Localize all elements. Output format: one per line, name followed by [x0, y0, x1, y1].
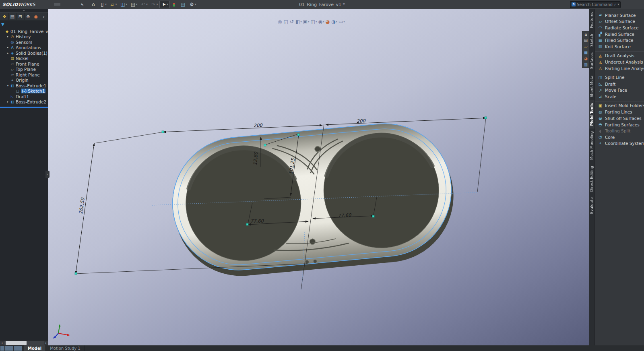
tab-direct-editing[interactable]: Direct Editing — [589, 163, 594, 195]
menu-item-radiate-surface[interactable]: ◠ Radiate Surface — [595, 25, 644, 31]
section-view-icon[interactable]: ◧▾ — [295, 19, 302, 25]
tab-motion-study-1[interactable]: Motion Study 1 — [46, 345, 85, 351]
options-icon[interactable]: ⚙▾ — [188, 1, 198, 8]
tree-item-boss-extrude1[interactable]: ▾ ◧ Boss-Extrude1 — [0, 83, 48, 89]
featuremanager-tab-icon[interactable]: ❖ — [1, 13, 9, 20]
expand-tabs-icon[interactable]: › — [40, 13, 48, 20]
menu-item-shut-off-surfaces[interactable]: ◒ Shut-off Surfaces — [595, 115, 644, 122]
tab-surfaces[interactable]: Surfaces — [589, 50, 594, 72]
tab-mold-tools[interactable]: Mold Tools — [589, 100, 594, 129]
search-dropdown-icon[interactable]: ▾ — [617, 3, 619, 6]
menu-item-parting-surfaces[interactable]: ◓ Parting Surfaces — [595, 122, 644, 128]
menu-view[interactable] — [54, 3, 60, 6]
tree-filter[interactable]: ▼ — [0, 21, 48, 28]
tree-item-material[interactable]: ▤ Nickel — [0, 56, 48, 62]
menu-item-offset-surface[interactable]: ▱ Offset Surface — [595, 19, 644, 25]
menu-item-ruled-surface[interactable]: ▞ Ruled Surface — [595, 31, 644, 37]
view-palette-icon[interactable]: ▦ — [582, 50, 589, 56]
tree-item-origin[interactable]: ⌖ Origin — [0, 78, 48, 83]
menu-item-core[interactable]: ◔ Core — [595, 134, 644, 140]
dim-77-60-left[interactable]: 77,60 — [250, 218, 264, 224]
panel-collapse-arrow[interactable]: ‹ — [45, 171, 50, 178]
menu-item-split-line[interactable]: ◫ Split Line — [595, 73, 644, 81]
menu-item-draft[interactable]: ◺ Draft — [595, 81, 644, 87]
search-input[interactable]: Search Commands — [577, 2, 613, 7]
menu-item-draft-analysis[interactable]: ◭ Draft Analysis — [595, 51, 644, 59]
search-scope-icon[interactable]: S — [572, 2, 576, 6]
tree-item-boss-extrude2[interactable]: ▸ ◧ Boss-Extrude2 — [0, 99, 48, 105]
tab-mesh-modeling[interactable]: Mesh Modeling — [589, 128, 594, 163]
menu-item-filled-surface[interactable]: ▦ Filled Surface — [595, 37, 644, 43]
menu-item-insert-mold-folders[interactable]: ▣ Insert Mold Folders — [595, 101, 644, 109]
save-icon[interactable]: ◫▾ — [119, 1, 128, 8]
menu-item-scale[interactable]: ⊿ Scale — [595, 93, 644, 100]
edit-appearance-icon[interactable]: ◕ — [325, 19, 330, 25]
tab-sheet-metal[interactable]: Sheet Metal — [589, 72, 594, 100]
tree-item-draft1[interactable]: ◺ Draft1 — [0, 94, 48, 99]
tree-item-history[interactable]: ▸ ◷ History — [0, 34, 48, 40]
scroll-left-icon[interactable]: ‹ — [0, 341, 4, 345]
print-icon[interactable]: ▤▾ — [129, 1, 139, 8]
menu-item-tooling-split[interactable]: ◖ Tooling Split — [595, 128, 644, 134]
menu-item-knit-surface[interactable]: ▥ Knit Surface — [595, 43, 644, 50]
tab-evaluate[interactable]: Evaluate — [589, 194, 594, 217]
menu-item-undercut-analysis[interactable]: ◮ Undercut Analysis — [595, 59, 644, 66]
tab-features[interactable]: Features — [589, 9, 594, 31]
menu-item-planar-surface[interactable]: ▰ Planar Surface — [595, 12, 644, 19]
apply-scene-icon[interactable]: ◑▾ — [331, 19, 337, 25]
panel-scrollbar[interactable]: ‹ › — [0, 340, 48, 345]
appearances-scenes-icon[interactable]: ◕ — [582, 56, 589, 62]
redo-icon[interactable]: ↷▾ — [150, 1, 159, 8]
tab-sketch[interactable]: Sketch — [589, 31, 594, 50]
file-properties-icon[interactable]: ▤ — [179, 1, 187, 8]
zoom-to-area-icon[interactable]: ◱ — [283, 19, 288, 25]
menu-edit[interactable] — [47, 3, 54, 6]
next-tab-icon[interactable] — [9, 346, 13, 351]
home-icon[interactable]: ⌂ — [89, 1, 97, 8]
tree-item-sketch1[interactable]: ▢ (-) Sketch1 — [0, 89, 48, 94]
ring-model[interactable] — [167, 118, 459, 282]
prev-tab-icon[interactable] — [5, 346, 9, 351]
tree-item-right-plane[interactable]: ▱ Right Plane — [0, 72, 48, 78]
dimxpertmanager-tab-icon[interactable]: ⊕ — [25, 13, 33, 20]
menu-file[interactable] — [41, 3, 47, 6]
tree-item-top-plane[interactable]: ▱ Top Plane — [0, 67, 48, 72]
propertymanager-tab-icon[interactable]: ▤ — [9, 13, 17, 20]
dim-12-80[interactable]: 12,80 — [252, 151, 259, 165]
tree-item-solid-bodies[interactable]: ▸ ◈ Solid Bodies(1) — [0, 50, 48, 56]
graphics-viewport[interactable]: 200 200 202,50 12,80 101,25 77,60 77,60 … — [0, 9, 589, 351]
menu-window[interactable] — [73, 3, 80, 6]
displaymanager-tab-icon[interactable]: ◉ — [32, 13, 40, 20]
scroll-right-icon[interactable]: › — [44, 341, 48, 345]
tree-item-sensors[interactable]: ◎ Sensors — [0, 39, 48, 45]
tree-item-draft2[interactable]: ◺ Draft2 — [0, 105, 48, 106]
menu-insert[interactable] — [60, 3, 67, 6]
new-motion-study-icon[interactable] — [18, 346, 22, 351]
file-explorer-icon[interactable]: ▱ — [582, 43, 589, 50]
search-commands-box[interactable]: S Search Commands ⌕ ▾ — [570, 1, 621, 8]
tree-root-part[interactable]: ◆ 01_Ring_Farove_v1 (Default) << — [0, 29, 48, 34]
rebuild-icon[interactable]: ▮ — [170, 1, 178, 8]
tab-model[interactable]: Model — [24, 345, 46, 351]
menu-item-coordinate-system[interactable]: ⌖ Coordinate System — [595, 140, 644, 147]
taskpane-home-icon[interactable]: ⌂ — [582, 31, 589, 37]
dim-200-left[interactable]: 200 — [254, 122, 263, 128]
tree-item-front-plane[interactable]: ▱ Front Plane — [0, 61, 48, 67]
view-settings-icon[interactable]: ▭▾ — [339, 19, 345, 25]
search-icon[interactable]: ⌕ — [614, 2, 617, 7]
custom-properties-icon[interactable]: ▥ — [582, 62, 589, 68]
configurationmanager-tab-icon[interactable]: ⊟ — [17, 13, 25, 20]
menu-item-move-face[interactable]: ↗ Move Face — [595, 87, 644, 93]
panel-grip[interactable] — [0, 9, 48, 12]
dim-200-right[interactable]: 200 — [357, 118, 366, 124]
display-style-icon[interactable]: ◫▾ — [311, 19, 317, 25]
select-cursor-icon[interactable]: ➤▾ — [160, 1, 169, 8]
new-document-icon[interactable]: ▯▾ — [98, 1, 108, 8]
view-orientation-icon[interactable]: ▣▾ — [303, 19, 310, 25]
undo-icon[interactable]: ↶▾ — [139, 1, 149, 8]
zoom-to-fit-icon[interactable]: ◎ — [278, 19, 282, 25]
pin-icon[interactable]: ✒ — [79, 2, 85, 7]
menu-item-parting-lines[interactable]: ◍ Parting Lines — [595, 109, 644, 116]
model-canvas[interactable]: 200 200 202,50 12,80 101,25 77,60 77,60 — [48, 18, 589, 351]
dim-77-60-right[interactable]: 77,60 — [338, 212, 352, 218]
